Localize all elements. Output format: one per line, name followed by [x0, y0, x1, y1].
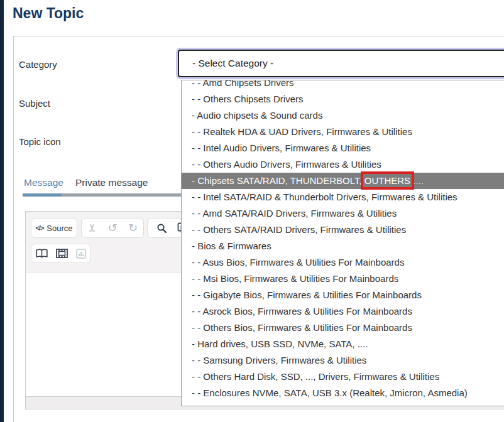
category-dropdown-list: - - Amd Chipsets Drivers- - Others Chips…	[181, 80, 504, 406]
category-option[interactable]: - - Intel Audio Drivers, Firmwares & Uti…	[182, 140, 504, 156]
undo-icon[interactable]: ↺	[107, 221, 117, 235]
page-title: New Topic	[13, 5, 84, 22]
source-button-label: Source	[47, 224, 72, 233]
category-label: Category	[19, 59, 57, 70]
tab-private-message[interactable]: Private message	[75, 177, 148, 188]
topic-icon-label: Topic icon	[19, 136, 61, 147]
edit-button-group: ✂ ↺ ↻	[81, 218, 144, 238]
category-option[interactable]: - - Others Chipsets Drivers	[182, 91, 504, 107]
insert-button-group	[31, 244, 91, 263]
source-code-icon: </>	[35, 224, 43, 232]
tab-message[interactable]: Message	[24, 177, 63, 188]
category-option[interactable]: - - Amd SATA/RAID Drivers, Firmwares & U…	[182, 205, 504, 222]
category-option[interactable]: - Audio chipsets & Sound cards	[182, 107, 504, 124]
category-option[interactable]: - - Amd Chipsets Drivers	[182, 80, 504, 91]
film-strip-icon[interactable]	[56, 249, 68, 258]
category-option[interactable]: - - Intel SATA/RAID & Thunderbolt Driver…	[182, 189, 504, 205]
category-option[interactable]: - - Others Bios, Firmwares & Utilities F…	[182, 320, 504, 336]
cut-icon[interactable]: ✂	[87, 221, 97, 235]
source-button[interactable]: </> Source	[31, 218, 77, 238]
category-option[interactable]: - - Asrock Bios, Firmwares & Utilities F…	[182, 303, 504, 320]
category-option[interactable]: - Bios & Firmwares	[182, 238, 504, 254]
category-select-value: - Select Category -	[192, 58, 273, 69]
category-option[interactable]: - Hard drives, USB SSD, NVMe, SATA, ....	[182, 336, 504, 352]
category-option[interactable]: - - Others Hard Disk, SSD, ..., Drivers,…	[182, 369, 504, 385]
book-icon[interactable]	[36, 249, 48, 258]
annotation-red-box: OUTHERS	[364, 175, 410, 186]
category-select[interactable]: - Select Category -	[178, 50, 504, 77]
tab-active-indicator	[23, 193, 62, 197]
category-option[interactable]: - Network Drivers, Firmwares & Utilities	[182, 401, 504, 406]
category-option[interactable]: - - Gigabyte Bios, Firmwares & Utilities…	[182, 287, 504, 303]
category-option-highlighted[interactable]: - Chipsets SATA/RAID, THUNDERBOLT, OUTHE…	[182, 173, 504, 189]
bar-chart-icon[interactable]	[76, 249, 86, 259]
category-option[interactable]: - - Others SATA/RAID Drivers, Firmwares …	[182, 222, 504, 238]
category-option[interactable]: - - Asus Bios, Firmwares & Utilities For…	[182, 254, 504, 271]
category-option[interactable]: - - Samsung Drivers, Firmwares & Utiliti…	[182, 352, 504, 369]
new-topic-page: New Topic Category Subject Topic icon Me…	[0, 0, 504, 422]
category-option[interactable]: - - Enclosures NVMe, SATA, USB 3.x (Real…	[182, 385, 504, 401]
category-option[interactable]: - - Others Audio Drivers, Firmwares & Ut…	[182, 156, 504, 173]
redo-icon[interactable]: ↻	[128, 221, 138, 235]
page-left-edge-bar	[0, 0, 4, 422]
category-option[interactable]: - - Realtek HDA & UAD Drivers, Firmwares…	[182, 124, 504, 140]
category-option[interactable]: - - Msi Bios, Firmwares & Utilities For …	[182, 271, 504, 287]
subject-label: Subject	[19, 98, 50, 109]
search-icon[interactable]	[156, 223, 167, 234]
